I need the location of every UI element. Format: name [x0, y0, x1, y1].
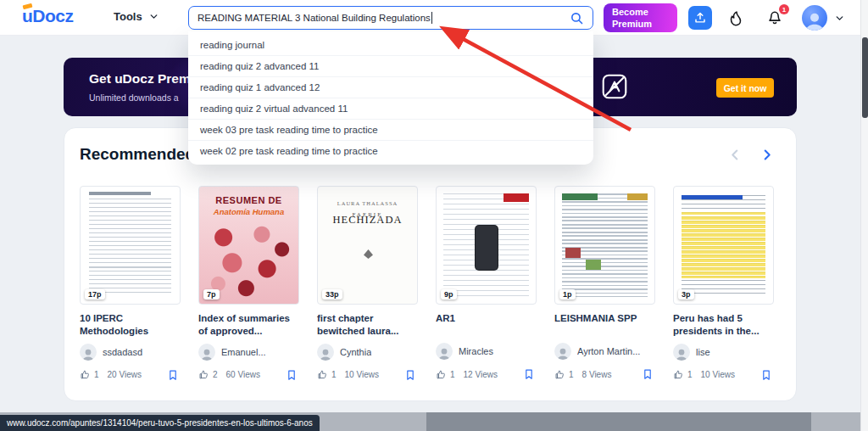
thumbs-up-icon[interactable]: [673, 369, 684, 380]
document-card[interactable]: 1p LEISHMANIA SPP Ayrton Martin... 1 8 V…: [554, 186, 655, 382]
document-thumbnail[interactable]: 1p: [554, 186, 655, 305]
banner-subtitle: Unlimited downloads a: [89, 92, 179, 103]
like-count: 2: [213, 370, 218, 379]
author-name[interactable]: Miracles: [459, 346, 493, 356]
document-thumbnail[interactable]: RESUMEN DEAnatomía Humana 7p: [198, 186, 299, 305]
bookmark-icon[interactable]: [404, 368, 416, 382]
page-scrollbar[interactable]: [860, 0, 868, 431]
scrollbar-thumb[interactable]: [862, 37, 868, 118]
document-title[interactable]: first chapter bewitched laura...: [317, 312, 418, 338]
search-suggestion-item[interactable]: week 02 pre task reading time to practic…: [188, 140, 593, 161]
upload-button[interactable]: [688, 6, 712, 30]
document-title[interactable]: Index of summaries of approved...: [198, 312, 299, 338]
suggestion-label: reading quiz 1 advanced 12: [200, 82, 320, 92]
thumbs-up-icon[interactable]: [80, 369, 91, 380]
logo-text: uDocz: [22, 6, 74, 25]
views-count: 60 Views: [226, 370, 260, 379]
search-suggestion-item[interactable]: reading quiz 2 virtual advanced 11: [188, 98, 593, 119]
card-footer: 1 10 Views: [317, 368, 418, 382]
carousel-prev-icon[interactable]: [728, 148, 743, 162]
get-it-now-button[interactable]: Get it now: [716, 78, 774, 98]
carousel-next-icon[interactable]: [760, 148, 774, 162]
document-card[interactable]: LAURA THALASSAHECHIZADAFAERIE 33p first …: [317, 186, 418, 382]
footer-strip-block: [426, 412, 811, 431]
author-row[interactable]: ssdadasd: [80, 344, 181, 361]
author-avatar: [673, 344, 690, 361]
account-chevron-down-icon[interactable]: [834, 13, 845, 24]
search-icon[interactable]: [570, 11, 584, 25]
document-thumbnail[interactable]: 9p: [436, 186, 537, 305]
suggestion-label: week 02 pre task reading time to practic…: [200, 146, 378, 156]
thumbs-up-icon[interactable]: [554, 369, 565, 380]
carousel-controls: [728, 148, 774, 162]
author-name[interactable]: lise: [696, 347, 710, 357]
search-suggestion-item[interactable]: week 03 pre task reading time to practic…: [188, 119, 593, 140]
bookmark-icon[interactable]: [286, 368, 298, 382]
person-icon: [80, 346, 97, 361]
views-count: 12 Views: [464, 370, 498, 379]
document-thumbnail[interactable]: 3p: [673, 186, 774, 305]
page-count-badge: 1p: [559, 289, 576, 299]
document-title[interactable]: AR1: [436, 312, 537, 337]
tools-menu[interactable]: Tools: [114, 10, 159, 23]
card-footer: 2 60 Views: [198, 368, 299, 382]
thumbnail-text: RESUMEN DEAnatomía Humana: [199, 187, 298, 216]
thumbs-up-icon[interactable]: [436, 369, 447, 380]
text-caret: [431, 12, 433, 24]
document-card[interactable]: 9p AR1 Miracles 1 12 Views: [436, 186, 537, 382]
chevron-down-icon: [148, 11, 159, 22]
person-icon: [554, 345, 571, 360]
bookmark-icon[interactable]: [523, 367, 535, 381]
person-icon: [436, 345, 453, 360]
author-row[interactable]: Miracles: [436, 343, 537, 360]
suggestion-label: week 03 pre task reading time to practic…: [200, 125, 378, 135]
bookmark-icon[interactable]: [642, 367, 654, 381]
author-name[interactable]: Ayrton Martin...: [577, 346, 640, 356]
search-suggestion-item[interactable]: reading quiz 2 advanced 11: [188, 55, 593, 76]
document-title[interactable]: 10 IPERC Methodologies: [80, 312, 181, 338]
person-icon: [802, 8, 827, 31]
cards-row: 17p 10 IPERC Methodologies ssdadasd 1 20…: [64, 164, 796, 382]
notifications-button[interactable]: 1: [765, 7, 786, 29]
author-row[interactable]: Emanuel...: [198, 344, 299, 361]
search-suggestion-item[interactable]: reading quiz 1 advanced 12: [188, 76, 593, 98]
author-name[interactable]: Cynthia: [340, 347, 371, 357]
author-row[interactable]: lise: [673, 344, 774, 361]
document-title[interactable]: Peru has had 5 presidents in the...: [673, 312, 774, 338]
section-title: Recommended: [80, 145, 195, 164]
recommended-section: Recommended 17p 10 IPERC Methodologies s…: [64, 127, 797, 401]
document-card[interactable]: RESUMEN DEAnatomía Humana 7p Index of su…: [198, 186, 299, 382]
thumbs-up-icon[interactable]: [198, 369, 209, 380]
author-name[interactable]: ssdadasd: [103, 347, 142, 357]
author-row[interactable]: Ayrton Martin...: [554, 343, 655, 360]
status-bar-url: www.udocz.com/apuntes/1314104/peru-tuvo-…: [0, 415, 320, 431]
bookmark-icon[interactable]: [760, 368, 772, 382]
document-title[interactable]: LEISHMANIA SPP: [554, 312, 655, 337]
author-row[interactable]: Cynthia: [317, 344, 418, 361]
bookmark-icon[interactable]: [167, 368, 179, 382]
document-card[interactable]: 3p Peru has had 5 presidents in the... l…: [673, 186, 774, 382]
author-avatar: [554, 343, 571, 360]
document-card[interactable]: 17p 10 IPERC Methodologies ssdadasd 1 20…: [80, 186, 181, 382]
person-icon: [317, 346, 334, 361]
page-count-badge: 17p: [85, 289, 105, 299]
document-thumbnail[interactable]: 17p: [80, 186, 181, 305]
suggestion-label: reading journal: [200, 40, 264, 50]
card-footer: 1 8 Views: [554, 367, 655, 381]
page-count-badge: 7p: [203, 289, 220, 299]
become-premium-button[interactable]: Become Premium: [604, 3, 677, 32]
streak-flame-icon[interactable]: [726, 8, 745, 28]
person-icon: [198, 346, 215, 361]
author-avatar: [436, 343, 453, 360]
search-input[interactable]: READING MATERIAL 3 National Building Reg…: [188, 6, 593, 30]
search-suggestion-item[interactable]: reading journal: [188, 35, 593, 55]
author-avatar: [80, 344, 97, 361]
like-count: 1: [94, 370, 99, 379]
author-avatar: [198, 344, 215, 361]
user-avatar[interactable]: [802, 5, 827, 31]
author-name[interactable]: Emanuel...: [221, 347, 266, 357]
udocz-logo[interactable]: uDocz: [22, 6, 74, 26]
thumbs-up-icon[interactable]: [317, 369, 328, 380]
card-footer: 1 12 Views: [436, 367, 537, 381]
document-thumbnail[interactable]: LAURA THALASSAHECHIZADAFAERIE 33p: [317, 186, 418, 305]
